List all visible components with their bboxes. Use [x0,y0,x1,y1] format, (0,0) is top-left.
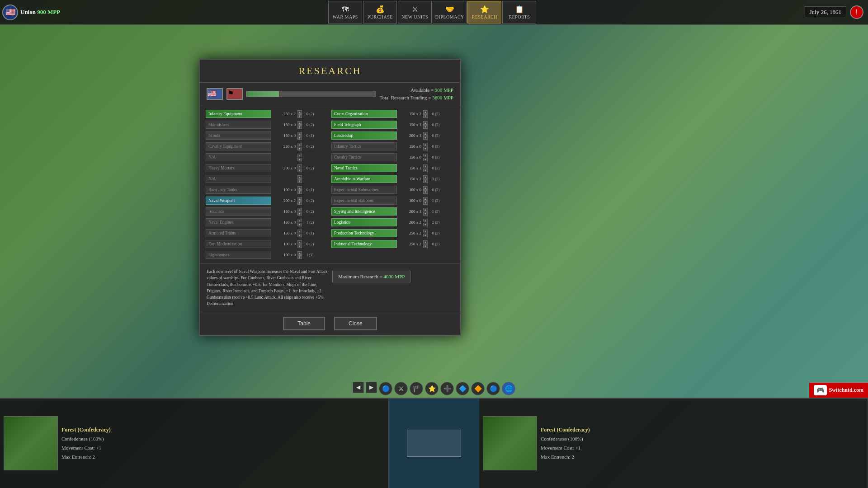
tech-row-right-10[interactable]: Logistics 200 x 2 ▲ ▼ 2 (5) [331,217,454,227]
spin-up-left-0[interactable]: ▲ [297,110,302,114]
spin-down-left-4[interactable]: ▼ [297,158,302,161]
tech-bar-right-5[interactable]: Naval Tactics [331,164,397,172]
tech-row-right-11[interactable]: Production Technology 250 x 2 ▲ ▼ 0 (5) [331,228,454,238]
tech-row-right-2[interactable]: Leadership 200 x 1 ▲ ▼ 0 (3) [331,131,454,141]
spin-down-left-0[interactable]: ▼ [297,114,302,118]
spin-up-left-13[interactable]: ▲ [297,251,302,255]
spin-down-left-3[interactable]: ▼ [297,147,302,150]
spin-down-right-9[interactable]: ▼ [423,212,428,216]
tech-bar-left-0[interactable]: Infantry Equipment [206,110,271,118]
tech-row-right-0[interactable]: Corps Organization 150 x 2 ▲ ▼ 0 (5) [331,109,454,119]
alert-icon[interactable]: ! [850,5,863,19]
spin-down-left-11[interactable]: ▼ [297,234,302,237]
tech-bar-left-2[interactable]: Scouts [206,131,271,140]
spin-up-right-4[interactable]: ▲ [423,154,428,157]
spin-down-right-6[interactable]: ▼ [423,179,428,183]
tech-row-right-7[interactable]: Experimental Submarines 100 x 0 ▲ ▼ 0 (2… [331,185,454,195]
spin-up-right-3[interactable]: ▲ [423,143,428,146]
tech-row-right-12[interactable]: Industrial Technology 250 x 2 ▲ ▼ 0 (5) [331,239,454,249]
tech-bar-right-6[interactable]: Amphibious Warfare [331,175,397,183]
icon-btn-9[interactable]: 🌐 [502,382,515,395]
tech-row-right-1[interactable]: Field Telegraph 150 x 1 ▲ ▼ 0 (3) [331,120,454,130]
spin-up-left-2[interactable]: ▲ [297,132,302,136]
spin-up-left-5[interactable]: ▲ [297,164,302,168]
spin-up-left-8[interactable]: ▲ [297,197,302,201]
spin-down-right-8[interactable]: ▼ [423,201,428,205]
tech-row-left-5[interactable]: Heavy Mortars 200 x 0 ▲ ▼ 0 (2) [206,163,329,173]
nav-research[interactable]: ⭐ Research [467,1,501,23]
tech-bar-left-8[interactable]: Naval Weapons [206,197,271,205]
spin-down-left-6[interactable]: ▼ [297,179,302,183]
tech-row-left-6[interactable]: N/A ▲ ▼ [206,174,329,184]
tech-row-left-4[interactable]: N/A ▲ ▼ [206,152,329,162]
tech-row-left-7[interactable]: Buoyancy Tanks 100 x 0 ▲ ▼ 0 (1) [206,185,329,195]
spin-up-left-12[interactable]: ▲ [297,240,302,244]
tech-bar-left-6[interactable]: N/A [206,175,271,183]
nav-prev-arrow[interactable]: ◀ [353,382,364,393]
spin-down-left-13[interactable]: ▼ [297,255,302,259]
tech-row-right-5[interactable]: Naval Tactics 150 x 1 ▲ ▼ 0 (3) [331,163,454,173]
tech-row-left-3[interactable]: Cavalry Equipment 250 x 0 ▲ ▼ 0 (2) [206,141,329,151]
tech-bar-left-9[interactable]: Ironclads [206,207,271,216]
tech-row-left-2[interactable]: Scouts 150 x 0 ▲ ▼ 0 (1) [206,131,329,141]
tech-row-right-3[interactable]: Infantry Tactics 150 x 0 ▲ ▼ 0 (3) [331,141,454,151]
spin-down-left-12[interactable]: ▼ [297,244,302,248]
spin-down-right-4[interactable]: ▼ [423,158,428,161]
tech-bar-left-10[interactable]: Naval Engines [206,218,271,226]
spin-up-right-7[interactable]: ▲ [423,186,428,190]
spin-down-left-5[interactable]: ▼ [297,169,302,172]
spin-up-right-0[interactable]: ▲ [423,110,428,114]
tech-bar-right-7[interactable]: Experimental Submarines [331,186,397,194]
spin-up-right-11[interactable]: ▲ [423,230,428,233]
tech-row-left-0[interactable]: Infantry Equipment 250 x 2 ▲ ▼ 0 (2) [206,109,329,119]
tech-bar-left-5[interactable]: Heavy Mortars [206,164,271,172]
spin-up-right-1[interactable]: ▲ [423,121,428,125]
nav-reports[interactable]: 📋 Reports [502,1,536,23]
spin-up-right-10[interactable]: ▲ [423,219,428,222]
spin-up-right-6[interactable]: ▲ [423,175,428,179]
tech-bar-left-11[interactable]: Armored Trains [206,229,271,237]
spin-down-right-3[interactable]: ▼ [423,147,428,150]
tech-row-right-8[interactable]: Experimental Balloons 100 x 0 ▲ ▼ 1 (2) [331,196,454,206]
tech-row-right-9[interactable]: Spying and Intelligence 200 x 1 ▲ ▼ 1 (5… [331,206,454,216]
spin-down-left-2[interactable]: ▼ [297,136,302,140]
spin-down-right-7[interactable]: ▼ [423,190,428,194]
tech-bar-right-10[interactable]: Logistics [331,218,397,226]
icon-btn-1[interactable]: 🔵 [379,382,392,395]
tech-bar-right-3[interactable]: Infantry Tactics [331,142,397,150]
faction-flag[interactable]: 🇺🇸 [2,5,18,20]
spin-down-right-10[interactable]: ▼ [423,223,428,226]
nav-war-maps[interactable]: 🗺 War Maps [328,1,362,23]
spin-up-right-5[interactable]: ▲ [423,164,428,168]
tech-bar-left-12[interactable]: Fort Modernization [206,240,271,248]
nav-purchase[interactable]: 💰 Purchase [363,1,397,23]
nav-diplomacy[interactable]: 🤝 Diplomacy [433,1,467,23]
close-button[interactable]: Close [334,317,377,330]
spin-down-right-1[interactable]: ▼ [423,125,428,129]
icon-btn-2[interactable]: ⚔ [394,382,408,395]
spin-down-right-2[interactable]: ▼ [423,136,428,140]
spin-up-left-10[interactable]: ▲ [297,219,302,222]
icon-btn-6[interactable]: 🔷 [456,382,469,395]
tech-bar-right-12[interactable]: Industrial Technology [331,240,397,248]
union-flag-btn[interactable]: 🇺🇸 [207,88,223,100]
tech-bar-right-1[interactable]: Field Telegraph [331,121,397,129]
tech-row-right-4[interactable]: Cavalry Tactics 150 x 0 ▲ ▼ 0 (3) [331,152,454,162]
spin-up-left-6[interactable]: ▲ [297,175,302,179]
nav-next-arrow[interactable]: ▶ [366,382,377,393]
spin-up-right-2[interactable]: ▲ [423,132,428,136]
tech-bar-right-11[interactable]: Production Technology [331,229,397,237]
spin-down-left-10[interactable]: ▼ [297,223,302,226]
tech-bar-left-7[interactable]: Buoyancy Tanks [206,186,271,194]
tech-bar-right-8[interactable]: Experimental Balloons [331,197,397,205]
nav-new-units[interactable]: ⚔ New Units [398,1,432,23]
spin-down-left-8[interactable]: ▼ [297,201,302,205]
tech-row-right-6[interactable]: Amphibious Warfare 150 x 2 ▲ ▼ 3 (5) [331,174,454,184]
spin-down-left-7[interactable]: ▼ [297,190,302,194]
tech-row-left-13[interactable]: Lighthouses 100 x 0 ▲ ▼ 1(1) [206,250,329,260]
spin-up-right-8[interactable]: ▲ [423,197,428,201]
icon-btn-7[interactable]: 🔶 [471,382,485,395]
tech-bar-left-13[interactable]: Lighthouses [206,251,271,259]
spin-up-left-1[interactable]: ▲ [297,121,302,125]
spin-down-right-0[interactable]: ▼ [423,114,428,118]
